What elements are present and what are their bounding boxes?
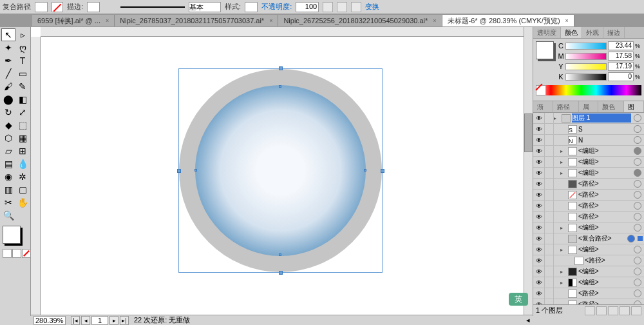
layer-name[interactable]: <编组> <box>578 278 631 287</box>
visibility-toggle[interactable]: 👁 <box>533 179 545 189</box>
layer-name[interactable]: <编组> <box>578 157 631 166</box>
target-icon[interactable] <box>634 202 641 210</box>
document-tab[interactable]: 未标题-6* @ 280.39% (CMYK/预览)× <box>442 15 574 26</box>
handle-right[interactable] <box>381 169 384 173</box>
fill-swatch[interactable] <box>3 226 21 244</box>
new-sublayer-icon[interactable] <box>608 306 618 315</box>
layer-row[interactable]: 👁 <路径> <box>533 190 644 201</box>
scrollbar-thumb[interactable] <box>524 113 533 152</box>
layer-name[interactable]: <路径> <box>585 256 631 265</box>
panel-tab[interactable]: 图层 <box>624 101 644 112</box>
rotate-tool[interactable]: ↻ <box>1 106 15 119</box>
target-icon[interactable] <box>634 246 641 253</box>
hand-tool[interactable]: ✋ <box>15 196 30 209</box>
next-artboard-button[interactable]: ▸ <box>109 316 118 325</box>
target-icon[interactable] <box>634 169 641 177</box>
channel-value-input[interactable]: 17.58 <box>608 52 634 61</box>
visibility-toggle[interactable]: 👁 <box>533 201 545 211</box>
target-icon[interactable] <box>634 268 641 275</box>
pen-tool[interactable]: ✒ <box>1 54 15 67</box>
handle-top-inner[interactable] <box>279 85 281 88</box>
layer-row[interactable]: 👁 ▸ <编组> <box>533 146 644 157</box>
ime-indicator[interactable]: 英 <box>509 293 528 306</box>
type-tool[interactable]: T <box>15 54 30 67</box>
layer-name[interactable]: <编组> <box>578 146 631 155</box>
target-icon[interactable] <box>634 290 641 297</box>
layer-row[interactable]: 👁 ▸ <编组> <box>533 244 644 255</box>
new-layer-icon[interactable] <box>620 306 630 315</box>
layer-row[interactable]: 👁 <路径> <box>533 288 644 299</box>
color-panel-swatch[interactable] <box>536 41 554 59</box>
target-icon[interactable] <box>634 257 641 264</box>
lock-toggle[interactable] <box>545 244 554 255</box>
channel-value-input[interactable]: 0 <box>608 72 634 81</box>
compound-path-object[interactable] <box>179 69 382 272</box>
lock-toggle[interactable] <box>545 124 554 134</box>
channel-slider[interactable] <box>565 53 607 60</box>
layer-name[interactable]: 图层 1 <box>572 113 631 123</box>
make-clipping-mask-icon[interactable] <box>596 306 607 315</box>
slice-tool[interactable]: ✂ <box>1 196 15 209</box>
lasso-tool[interactable]: ღ <box>15 41 30 54</box>
gradient-tool[interactable]: ▤ <box>1 157 15 170</box>
handle-bottom-inner[interactable] <box>279 253 281 256</box>
handle-right-inner[interactable] <box>364 169 366 172</box>
layer-list[interactable]: 👁 ▸ 图层 1 👁 S S 👁 N N 👁 ▸ <编组> 👁 ▸ <编组> 👁… <box>533 113 644 304</box>
layer-row[interactable]: 👁 <路径> <box>533 212 644 222</box>
lock-toggle[interactable] <box>545 288 554 299</box>
delete-layer-icon[interactable] <box>631 306 641 315</box>
layer-row[interactable]: 👁 <路径> <box>533 201 644 212</box>
lock-toggle[interactable] <box>545 212 554 222</box>
panel-tab[interactable]: 描边 <box>603 27 625 38</box>
graph-tool[interactable]: ▥ <box>1 183 15 196</box>
no-fill-icon[interactable] <box>52 2 63 12</box>
visibility-toggle[interactable]: 👁 <box>533 288 545 299</box>
layer-row[interactable]: 👁 ▸ <编组> <box>533 168 644 179</box>
visibility-toggle[interactable]: 👁 <box>533 146 545 156</box>
layer-row[interactable]: 👁 ▸ <编组> <box>533 222 644 233</box>
target-icon[interactable] <box>634 224 641 231</box>
layer-row[interactable]: 👁 <路径> <box>533 255 644 266</box>
rectangle-tool[interactable]: ▭ <box>15 67 30 80</box>
layer-row[interactable]: 👁 ▸ <编组> <box>533 266 644 277</box>
direct-selection-tool[interactable]: ▹ <box>15 28 30 41</box>
handle-bottom[interactable] <box>279 271 283 275</box>
target-icon[interactable] <box>634 180 641 188</box>
zoom-tool[interactable]: 🔍 <box>1 209 15 222</box>
panel-tab[interactable]: 渐变 <box>533 101 553 112</box>
close-tab-icon[interactable]: × <box>565 17 569 24</box>
handle-top[interactable] <box>279 66 283 70</box>
target-icon[interactable] <box>627 235 635 242</box>
lock-toggle[interactable] <box>545 157 554 167</box>
visibility-toggle[interactable]: 👁 <box>533 190 545 200</box>
layer-row[interactable]: 👁 <路径> <box>533 299 644 304</box>
locate-object-icon[interactable] <box>585 306 595 315</box>
layer-name[interactable]: N <box>578 137 631 144</box>
layer-row[interactable]: 👁 <复合路径> <box>533 233 644 244</box>
stroke-style-dropdown[interactable]: 基本 <box>189 2 221 12</box>
vertical-scrollbar[interactable] <box>524 27 533 315</box>
magic-wand-tool[interactable]: ✦ <box>1 41 15 54</box>
color-mode-icon[interactable] <box>3 249 12 258</box>
visibility-toggle[interactable]: 👁 <box>533 244 545 255</box>
visibility-toggle[interactable]: 👁 <box>533 124 545 134</box>
zoom-input[interactable]: 280.39% <box>33 316 66 325</box>
lock-toggle[interactable] <box>545 266 554 277</box>
lock-toggle[interactable] <box>545 299 554 304</box>
fill-dropdown[interactable] <box>35 2 48 12</box>
layer-row[interactable]: 👁 S S <box>533 124 644 135</box>
lock-toggle[interactable] <box>545 190 554 200</box>
target-icon[interactable] <box>634 191 641 199</box>
visibility-toggle[interactable]: 👁 <box>533 233 545 244</box>
free-transform-tool[interactable]: ⬚ <box>15 119 30 132</box>
align-icon[interactable] <box>337 2 347 12</box>
canvas[interactable] <box>31 27 533 316</box>
first-artboard-button[interactable]: |◂ <box>71 316 80 325</box>
ruler-vertical[interactable] <box>31 37 41 316</box>
panel-tab[interactable]: 颜色 <box>561 27 582 38</box>
channel-slider[interactable] <box>565 74 607 81</box>
visibility-toggle[interactable]: 👁 <box>533 212 545 222</box>
panel-tab[interactable]: 透明度 <box>533 27 561 38</box>
layer-name[interactable]: <编组> <box>578 267 631 276</box>
channel-slider[interactable] <box>565 63 607 70</box>
